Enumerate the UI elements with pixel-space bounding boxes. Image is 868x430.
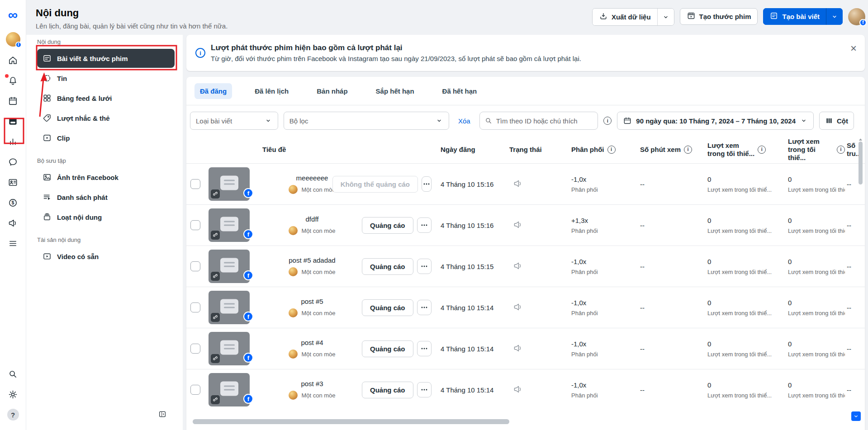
sidebar-item-stories[interactable]: Tin bbox=[37, 69, 175, 88]
info-icon[interactable] bbox=[758, 146, 766, 154]
leads-icon[interactable] bbox=[5, 175, 21, 190]
row-checkbox[interactable] bbox=[190, 385, 200, 395]
insights-icon[interactable] bbox=[5, 134, 21, 149]
boost-button[interactable]: Quảng cáo bbox=[362, 217, 413, 234]
boost-button[interactable]: Không thể quảng cáo bbox=[332, 176, 418, 193]
sidebar-collapse-button[interactable] bbox=[158, 410, 166, 420]
date-range-button[interactable]: 90 ngày qua: 10 Tháng 7, 2024 – 7 Tháng … bbox=[617, 112, 814, 130]
grid-icon bbox=[43, 94, 52, 103]
sidebar-item-facebook-photos[interactable]: Ảnh trên Facebook bbox=[37, 168, 175, 187]
notifications-icon[interactable] bbox=[5, 73, 21, 88]
inbox-icon[interactable] bbox=[5, 154, 21, 170]
more-options-button[interactable] bbox=[417, 382, 432, 397]
all-tools-icon[interactable] bbox=[5, 236, 21, 251]
column-date[interactable]: Ngày đăng bbox=[435, 146, 506, 154]
column-views-a[interactable]: Lượt xemtrong tối thiể... bbox=[701, 142, 783, 158]
sidebar-item-series[interactable]: Loạt nội dung bbox=[37, 208, 175, 227]
ellipsis-icon bbox=[422, 180, 431, 189]
banner-title: Lượt phát thước phim hiện bao gồm cả lượ… bbox=[211, 43, 581, 52]
sidebar-item-posts-reels[interactable]: Bài viết & thước phim bbox=[37, 49, 175, 68]
post-thumbnail: f bbox=[209, 250, 250, 283]
search-input[interactable] bbox=[496, 117, 593, 125]
views-b-label: Lượt xem trong tối thiể... bbox=[788, 310, 845, 317]
content-icon[interactable] bbox=[5, 113, 21, 129]
filter-select[interactable]: Bộ lọc bbox=[284, 112, 449, 130]
horizontal-scrollbar[interactable] bbox=[193, 419, 509, 424]
post-title[interactable]: post #5 bbox=[301, 298, 323, 305]
boost-button[interactable]: Quảng cáo bbox=[362, 340, 413, 357]
sidebar-item-mentions-tags[interactable]: Lượt nhắc & thẻ bbox=[37, 109, 175, 128]
tab-drafts[interactable]: Bản nháp bbox=[311, 83, 353, 99]
business-profile-avatar[interactable]: f bbox=[5, 32, 21, 47]
create-post-dropdown-button[interactable] bbox=[826, 8, 843, 25]
sidebar-item-playlists[interactable]: Danh sách phát bbox=[37, 188, 175, 207]
banner-close-button[interactable]: × bbox=[850, 43, 857, 54]
row-checkbox[interactable] bbox=[190, 220, 200, 230]
search-icon[interactable] bbox=[5, 366, 21, 382]
export-dropdown-button[interactable] bbox=[657, 9, 674, 25]
tab-published[interactable]: Đã đăng bbox=[194, 83, 232, 99]
more-options-button[interactable] bbox=[422, 176, 432, 192]
post-type-select[interactable]: Loại bài viết bbox=[190, 112, 278, 130]
row-checkbox[interactable] bbox=[190, 179, 200, 189]
table-row[interactable]: f meeeeeee Một con mòe Không thể quảng c… bbox=[186, 163, 865, 204]
boost-button[interactable]: Quảng cáo bbox=[362, 258, 413, 275]
post-title[interactable]: post #4 bbox=[301, 339, 323, 346]
export-data-button[interactable]: Xuất dữ liệu bbox=[593, 9, 657, 25]
row-checkbox[interactable] bbox=[190, 344, 200, 354]
post-title[interactable]: dfdff bbox=[306, 215, 319, 223]
row-checkbox[interactable] bbox=[190, 302, 200, 312]
more-options-button[interactable] bbox=[417, 300, 432, 315]
post-title[interactable]: meeeeeee bbox=[296, 174, 328, 182]
table-row[interactable]: f post #4 Một con mòe Quảng cáo 4 Tháng … bbox=[186, 328, 865, 369]
post-title[interactable]: post #3 bbox=[301, 380, 323, 387]
sidebar-item-available-videos[interactable]: Video có sẵn bbox=[37, 247, 175, 266]
clear-filters-link[interactable]: Xóa bbox=[458, 117, 470, 125]
vertical-scrollbar[interactable] bbox=[859, 142, 863, 184]
table-row[interactable]: f post #3 Một con mòe Quảng cáo 4 Tháng … bbox=[186, 369, 865, 410]
profile-avatar[interactable]: f bbox=[848, 8, 865, 25]
post-title[interactable]: post #5 adadad bbox=[289, 256, 335, 264]
scroll-down-button[interactable] bbox=[851, 411, 861, 421]
columns-button[interactable]: Cột bbox=[819, 112, 854, 130]
help-icon[interactable]: ? bbox=[5, 407, 21, 422]
info-icon[interactable] bbox=[607, 146, 616, 154]
column-views-b[interactable]: Lượt xemtrong tối thiể... bbox=[783, 137, 845, 162]
planner-icon[interactable] bbox=[5, 93, 21, 109]
watch-minutes-value: -- bbox=[636, 304, 701, 312]
table-row[interactable]: f post #5 adadad Một con mòe Quảng cáo 4… bbox=[186, 246, 865, 287]
tab-scheduled[interactable]: Đã lên lịch bbox=[249, 83, 294, 99]
tab-expiring[interactable]: Sắp hết hạn bbox=[370, 83, 420, 99]
search-info-icon[interactable] bbox=[603, 117, 612, 125]
sidebar-item-feed-grid[interactable]: Bảng feed & lưới bbox=[37, 89, 175, 108]
sidebar-item-clips[interactable]: Clip bbox=[37, 128, 175, 147]
meta-logo[interactable]: ∞ bbox=[5, 7, 21, 23]
create-post-button[interactable]: Tạo bài viết bbox=[763, 8, 826, 25]
export-icon bbox=[599, 12, 608, 22]
column-watch-minutes[interactable]: Số phút xem bbox=[636, 146, 701, 154]
column-status[interactable]: Trạng thái bbox=[506, 146, 568, 154]
boost-button[interactable]: Quảng cáo bbox=[362, 299, 413, 316]
table-row[interactable]: f post #5 Một con mòe Quảng cáo 4 Tháng … bbox=[186, 287, 865, 328]
views-b-label: Lượt xem trong tối thiể... bbox=[788, 186, 845, 193]
more-options-button[interactable] bbox=[417, 259, 432, 274]
info-icon[interactable] bbox=[837, 146, 845, 154]
column-distribution[interactable]: Phân phối bbox=[568, 146, 636, 154]
info-icon[interactable] bbox=[684, 146, 692, 154]
tab-expired[interactable]: Đã hết hạn bbox=[437, 83, 483, 99]
table-row[interactable]: f dfdff Một con mòe Quảng cáo 4 Tháng 10… bbox=[186, 204, 865, 246]
ads-icon[interactable] bbox=[5, 215, 21, 231]
watch-minutes-value: -- bbox=[636, 222, 701, 229]
more-options-button[interactable] bbox=[417, 341, 432, 356]
settings-icon[interactable] bbox=[5, 387, 21, 402]
views-a-label: Lượt xem trong tối thiể... bbox=[707, 227, 772, 234]
home-icon[interactable] bbox=[5, 52, 21, 68]
monetization-icon[interactable]: $ bbox=[5, 195, 21, 210]
more-options-button[interactable] bbox=[417, 217, 432, 233]
distribution-value: -1,0x bbox=[571, 340, 586, 348]
boost-button[interactable]: Quảng cáo bbox=[362, 382, 413, 398]
views-b-label: Lượt xem trong tối thiể... bbox=[788, 269, 845, 275]
column-title[interactable]: Tiêu đề bbox=[256, 146, 362, 154]
create-reel-button[interactable]: Tạo thước phim bbox=[680, 8, 758, 25]
row-checkbox[interactable] bbox=[190, 261, 200, 271]
